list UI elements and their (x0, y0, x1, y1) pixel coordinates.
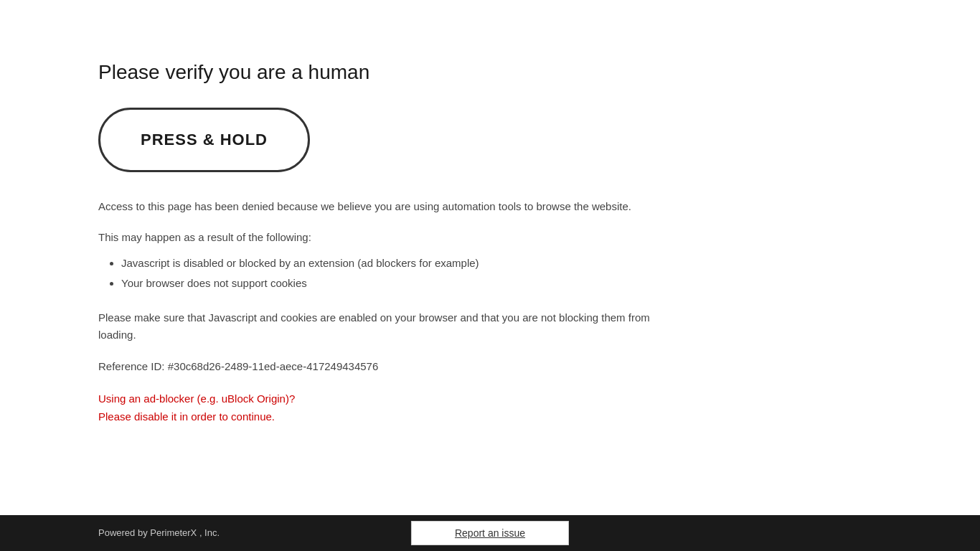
reason-list: Javascript is disabled or blocked by an … (98, 255, 689, 292)
page-title: Please verify you are a human (98, 57, 689, 88)
list-item: Javascript is disabled or blocked by an … (121, 255, 689, 272)
press-hold-label: PRESS & HOLD (141, 131, 268, 149)
adblocker-line1: Using an ad-blocker (e.g. uBlock Origin)… (98, 390, 689, 408)
may-happen-text: This may happen as a result of the follo… (98, 230, 672, 246)
press-hold-button[interactable]: PRESS & HOLD (98, 108, 310, 172)
footer: Powered by PerimeterX , Inc. Report an i… (0, 515, 980, 551)
report-issue-button[interactable]: Report an issue (411, 521, 569, 545)
adblocker-line2: Please disable it in order to continue. (98, 408, 689, 426)
list-item: Your browser does not support cookies (121, 275, 689, 292)
adblocker-message: Using an ad-blocker (e.g. uBlock Origin)… (98, 390, 689, 426)
access-denied-description: Access to this page has been denied beca… (98, 198, 672, 215)
reference-id: Reference ID: #30c68d26-2489-11ed-aece-4… (98, 358, 672, 375)
main-content: Please verify you are a human PRESS & HO… (0, 0, 689, 515)
ensure-text: Please make sure that Javascript and coo… (98, 309, 689, 344)
powered-by-text: Powered by PerimeterX , Inc. (0, 526, 220, 540)
